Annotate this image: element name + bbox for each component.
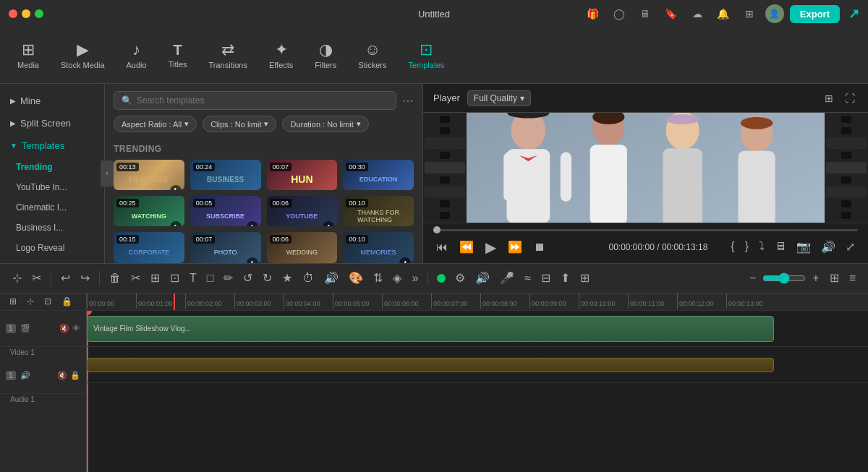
mute-audio-button[interactable]: 🔇 [57,371,67,380]
clip-button[interactable]: ⊟ [537,268,554,288]
sidebar-subitem-business[interactable]: Business I... [6,218,104,238]
zoom-slider[interactable] [762,273,806,284]
grid-icon[interactable]: ⊞ [739,4,760,24]
tool-audio[interactable]: ♪ Audio [116,36,157,75]
sidebar-item-templates[interactable]: ▼ Templates [0,134,104,157]
step-back-button[interactable]: ⏮ [433,239,451,255]
mic-button[interactable]: 🎤 [496,268,518,288]
select-tool-button[interactable]: ⊹ [9,268,25,288]
tool-effects[interactable]: ✦ Effects [259,36,303,75]
tool-filters[interactable]: ◑ Filters [305,36,346,75]
quality-selector[interactable]: Full Quality ▾ [467,90,531,106]
settings-button[interactable]: ⚙ [451,268,469,288]
mark-out-button[interactable]: } [742,239,752,255]
frame-forward-button[interactable]: ⏩ [505,239,525,255]
crop-button[interactable]: ⊡ [166,268,183,288]
sidebar-item-mine[interactable]: ▶ Mine [0,90,104,112]
zoom-out-button[interactable]: − [746,269,760,288]
tool-stickers[interactable]: ☺ Stickers [348,36,396,75]
search-input[interactable] [137,95,388,106]
lock-video-button[interactable]: 👁 [72,324,80,333]
audio-clip[interactable] [87,358,774,372]
sidebar-subitem-trending[interactable]: Trending [6,157,104,177]
adjust-button[interactable]: ⇅ [370,268,386,288]
close-button[interactable] [9,9,17,18]
collapse-panel-button[interactable]: ‹ [101,160,114,186]
play-button[interactable]: ▶ [482,237,499,257]
undo-button[interactable]: ↩ [57,268,74,288]
frame-back-button[interactable]: ⏪ [456,239,477,255]
template-imaging[interactable]: PHOTO 00:07 ⬇ Imaging Produc... [190,232,261,262]
tool-titles[interactable]: T Titles [158,37,197,74]
video-clip[interactable]: Vintage Film Slideshow Vlog... Click to … [87,316,774,342]
snapping-button[interactable]: ⊹ [23,293,38,309]
template-memories[interactable]: MEMORIES 00:10 ⬇ Memories Of O... [343,232,414,262]
magnet-button[interactable]: ⊡ [41,293,55,309]
stabilize-button[interactable]: ⊞ [576,268,593,288]
list-layout-button[interactable]: ≡ [846,269,859,288]
effects-tool-button[interactable]: ★ [278,268,296,288]
sidebar-subitem-endscreen[interactable]: End Screen [6,258,104,263]
template-youtube-game[interactable]: YOUTUBE 00:06 ⬇ YouTube Game... [267,196,338,226]
cut-button[interactable]: ✂ [127,268,144,288]
export-button[interactable]: Export [790,5,840,23]
grid-view-icon[interactable]: ⊞ [822,90,836,107]
speed-button[interactable]: ⏱ [299,269,318,288]
fullscreen-icon[interactable]: ⛶ [842,90,858,107]
template-education[interactable]: EDUCATION 00:30 Modern Educati... [343,160,414,190]
snapshot-button[interactable]: 📷 [793,239,814,255]
search-box[interactable]: 🔍 [114,91,396,110]
motion-button[interactable]: ≈ [521,269,535,288]
template-ending[interactable]: THANKS FORWATCHING 00:10 Simple ending .… [343,196,414,226]
bookmark-icon[interactable]: 🔖 [661,4,681,24]
sidebar-subitem-cinematic[interactable]: Cinematic I... [6,197,104,218]
lock-button[interactable]: 🔒 [58,293,76,309]
rotate-left-button[interactable]: ↺ [239,268,256,288]
maximize-button[interactable] [35,9,43,18]
export-frame-button[interactable]: ⬆ [557,268,574,288]
monitor-icon[interactable]: 🖥 [635,4,655,24]
sidebar-item-split[interactable]: ▶ Split Screen [0,112,104,134]
mark-in-button[interactable]: { [728,239,737,255]
zoom-in-button[interactable]: + [809,269,822,288]
sidebar-subitem-logo[interactable]: Logo Reveal [6,238,104,258]
progress-track[interactable] [433,229,858,231]
screen-button[interactable]: 🖥 [772,239,789,255]
gift-icon[interactable]: 🎁 [583,4,603,24]
avatar[interactable]: 👤 [765,4,784,23]
color-button[interactable]: 🎨 [345,268,367,288]
trim-tool-button[interactable]: ✂ [28,268,45,288]
filter-tool-button[interactable]: ◈ [389,268,405,288]
delete-button[interactable]: 🗑 [106,269,124,288]
filter-duration[interactable]: Duration : No limit ▾ [282,116,368,132]
bell-icon[interactable]: 🔔 [713,4,733,24]
template-corporate[interactable]: CORPORATE 00:15 Company Team... [114,232,184,262]
track-content[interactable]: Vintage Film Slideshow Vlog... Click to … [87,311,868,473]
tool-transitions[interactable]: ⇄ Transitions [199,36,258,75]
cloud-icon[interactable]: ☁ [687,4,707,24]
grid-layout-button[interactable]: ⊞ [826,268,843,288]
lock-audio-button[interactable]: 🔒 [70,371,80,380]
tool-stock[interactable]: ▶ Stock Media [51,36,115,75]
shape-button[interactable]: □ [203,269,218,288]
tool-media[interactable]: ⊞ Media [7,36,49,75]
audio-sync-button[interactable]: 🔊 [472,268,493,288]
insert-button[interactable]: ⤵ [756,239,767,255]
more-options-icon[interactable]: ⋯ [402,94,414,108]
redo-button[interactable]: ↪ [77,268,93,288]
resize-button[interactable]: ⤢ [843,239,858,255]
text-button[interactable]: T [186,269,200,288]
volume-button[interactable]: 🔊 [818,239,838,255]
template-characters[interactable]: HUN 00:07 Characters App... [267,160,338,190]
add-track-button[interactable]: ⊞ [6,293,20,309]
filter-aspect[interactable]: Aspect Ratio : All ▾ [114,116,197,132]
tool-templates[interactable]: ⊡ Templates [398,36,454,75]
sidebar-subitem-youtube[interactable]: YouTube In... [6,177,104,197]
split-button[interactable]: ⊞ [147,268,163,288]
stop-button[interactable]: ⏹ [531,239,548,255]
progress-dot[interactable] [433,226,441,233]
template-wedding[interactable]: WEDDING 00:06 Wedding Scen... [267,232,338,262]
filter-clips[interactable]: Clips : No limit ▾ [203,116,276,132]
template-vintage[interactable]: FILM SLIDE 00:13 ⬇ Vintage Film Sli... [114,160,184,190]
volume-tool-button[interactable]: 🔊 [320,268,342,288]
